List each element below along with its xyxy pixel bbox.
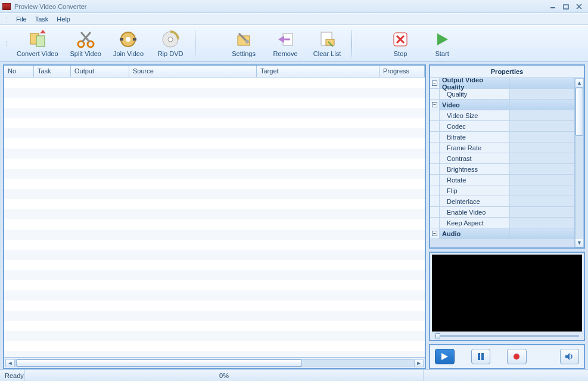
maximize-icon [563, 4, 569, 10]
pause-button[interactable] [471, 349, 491, 364]
status-bar: Ready 0% [0, 369, 588, 381]
task-grid-body[interactable] [4, 78, 425, 357]
menu-file[interactable]: File [12, 14, 31, 24]
menu-help[interactable]: Help [52, 14, 74, 24]
stop-icon [391, 30, 410, 49]
stop-label: Stop [394, 50, 407, 57]
properties-vscrollbar[interactable]: ▲ ▼ [574, 78, 584, 247]
svg-rect-14 [133, 38, 136, 41]
column-no[interactable]: No [4, 66, 34, 77]
convert-video-button[interactable]: Convert Video [11, 29, 64, 58]
remove-label: Remove [273, 50, 298, 57]
right-panel: Properties − Output Video Quality Qualit… [429, 64, 585, 369]
close-icon [576, 4, 582, 10]
settings-icon [234, 30, 253, 49]
properties-title: Properties [430, 66, 584, 78]
svg-point-16 [168, 37, 173, 42]
rip-dvd-label: Rip DVD [158, 50, 183, 57]
scroll-up-button[interactable]: ▲ [575, 78, 584, 88]
settings-button[interactable]: Settings [223, 29, 265, 58]
rip-dvd-icon [161, 30, 180, 49]
scroll-right-button[interactable]: ► [414, 359, 424, 367]
close-button[interactable] [573, 2, 586, 11]
prop-video-size[interactable]: Video Size [430, 110, 574, 121]
prop-deinterlace[interactable]: Deinterlace [430, 196, 574, 207]
maximize-button[interactable] [559, 2, 573, 11]
svg-marker-29 [437, 33, 448, 45]
svg-rect-32 [481, 353, 484, 360]
toolbar: ⋮ Convert Video Split Video Join Video R… [0, 25, 588, 62]
prop-group-audio[interactable]: − Audio [430, 228, 574, 239]
prop-group-video[interactable]: − Video [430, 100, 574, 110]
column-progress[interactable]: Progress [379, 66, 425, 77]
minimize-button[interactable] [546, 2, 559, 11]
hscroll-thumb[interactable] [16, 360, 302, 367]
preview-screen [432, 255, 582, 332]
rip-dvd-button[interactable]: Rip DVD [150, 29, 191, 58]
prop-enable-video[interactable]: Enable Video [430, 207, 574, 218]
prop-contrast[interactable]: Contrast [430, 153, 574, 164]
column-task[interactable]: Task [34, 66, 71, 77]
play-icon [440, 352, 449, 361]
clear-list-button[interactable]: Clear List [306, 29, 348, 58]
svg-rect-5 [36, 36, 45, 47]
volume-button[interactable] [560, 349, 580, 364]
column-source[interactable]: Source [129, 66, 257, 77]
prop-group-output-quality[interactable]: − Output Video Quality [430, 78, 574, 89]
toolbar-grip-icon: ⋮ [4, 40, 10, 48]
svg-point-19 [245, 40, 249, 44]
join-video-button[interactable]: Join Video [107, 29, 150, 58]
title-bar: Proview Video Converter [0, 0, 588, 13]
properties-panel: Properties − Output Video Quality Qualit… [429, 64, 585, 249]
prop-keep-aspect[interactable]: Keep Aspect [430, 218, 574, 228]
properties-grid[interactable]: − Output Video Quality Quality − Video [430, 78, 574, 247]
convert-video-label: Convert Video [17, 50, 58, 57]
play-button[interactable] [435, 349, 455, 364]
svg-rect-31 [478, 353, 480, 360]
split-video-icon [76, 30, 95, 49]
status-progress: 0% [25, 370, 424, 381]
remove-icon [276, 30, 295, 49]
svg-rect-24 [326, 39, 334, 45]
toolbar-separator [195, 30, 195, 57]
svg-line-10 [81, 32, 89, 42]
prop-frame-rate[interactable]: Frame Rate [430, 143, 574, 153]
menu-task[interactable]: Task [31, 14, 53, 24]
convert-video-icon [28, 30, 47, 49]
column-output[interactable]: Output [71, 66, 129, 77]
join-video-label: Join Video [113, 50, 144, 57]
vscroll-track[interactable] [575, 88, 584, 238]
expander-audio[interactable]: − [430, 228, 440, 238]
prop-quality[interactable]: Quality [430, 89, 574, 100]
svg-point-12 [126, 37, 130, 42]
window-title: Proview Video Converter [14, 3, 86, 10]
task-grid-hscrollbar[interactable]: ◄ ► [4, 357, 425, 368]
scroll-down-button[interactable]: ▼ [575, 238, 584, 247]
prop-brightness[interactable]: Brightness [430, 164, 574, 175]
start-label: Start [435, 50, 449, 57]
scroll-left-button[interactable]: ◄ [5, 359, 15, 367]
status-empty [424, 370, 577, 381]
svg-point-33 [514, 354, 519, 360]
record-button[interactable] [507, 349, 527, 364]
start-button[interactable]: Start [421, 29, 463, 58]
clear-list-icon [318, 30, 337, 49]
stop-button[interactable]: Stop [379, 29, 421, 58]
svg-marker-6 [40, 30, 46, 33]
seek-thumb[interactable] [435, 333, 440, 339]
menubar-grip-icon: ⋮ [4, 16, 10, 23]
split-video-button[interactable]: Split Video [64, 29, 107, 58]
prop-rotate[interactable]: Rotate [430, 175, 574, 185]
hscroll-track[interactable] [15, 359, 413, 367]
vscroll-thumb[interactable] [575, 88, 583, 136]
expander-output-quality[interactable]: − [430, 78, 440, 88]
toolbar-separator [351, 30, 352, 57]
svg-marker-34 [565, 353, 570, 360]
prop-flip[interactable]: Flip [430, 185, 574, 196]
prop-bitrate[interactable]: Bitrate [430, 132, 574, 143]
prop-codec[interactable]: Codec [430, 121, 574, 132]
preview-seek-slider[interactable] [430, 332, 584, 340]
column-target[interactable]: Target [257, 66, 379, 77]
expander-video[interactable]: − [430, 100, 440, 110]
remove-button[interactable]: Remove [265, 29, 306, 58]
